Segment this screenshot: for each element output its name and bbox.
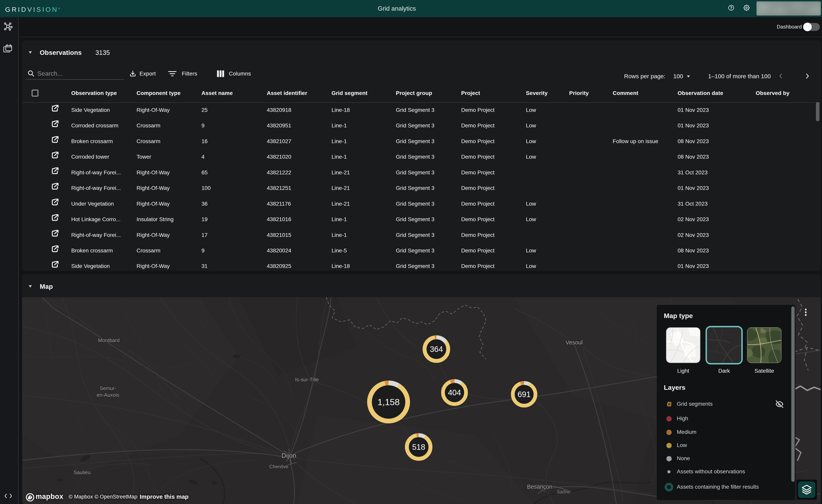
svg-text:1,158: 1,158 [378, 397, 400, 407]
svg-text:Saône: Saône [556, 489, 570, 494]
svg-text:Vesoul: Vesoul [565, 339, 582, 346]
svg-text:Besançon: Besançon [527, 484, 552, 490]
svg-text:Saulieu: Saulieu [74, 469, 91, 475]
svg-text:Is-sur-Tille: Is-sur-Tille [295, 377, 319, 383]
svg-text:691: 691 [518, 390, 531, 399]
svg-text:Semur-: Semur- [99, 385, 116, 391]
svg-text:364: 364 [430, 345, 443, 353]
svg-text:404: 404 [448, 388, 461, 397]
svg-text:518: 518 [412, 443, 425, 451]
svg-text:en-Auxois: en-Auxois [97, 392, 119, 398]
svg-text:Chenôve: Chenôve [269, 464, 288, 469]
svg-text:Dijon: Dijon [281, 452, 296, 459]
svg-text:Montbard: Montbard [98, 337, 120, 343]
